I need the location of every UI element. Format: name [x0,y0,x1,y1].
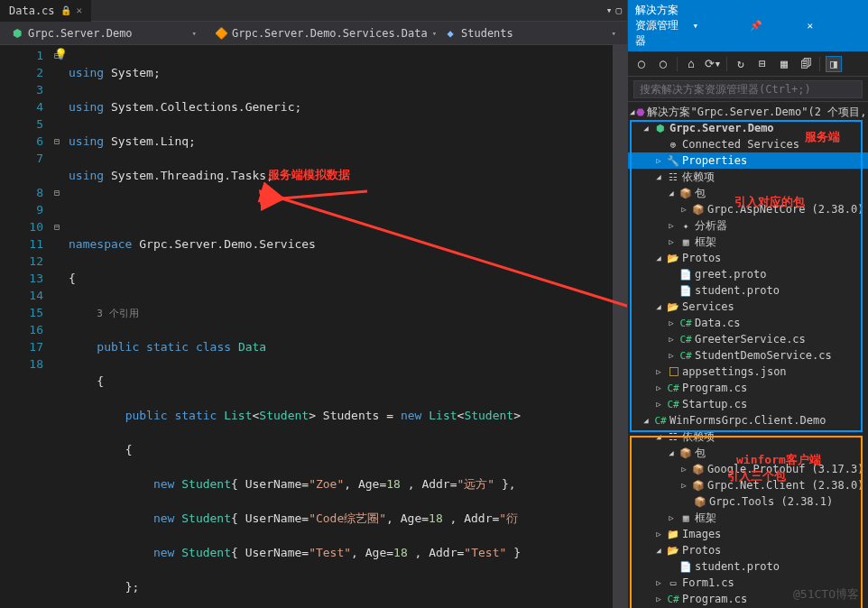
connected-icon: ⊕ [666,137,680,152]
proto-icon: 📄 [679,283,693,298]
editor-tabbar: Data.cs 🔒 ✕ ▾ ▢ [0,0,627,22]
watermark: @51CTO博客 [793,586,859,603]
greeter-cs-file[interactable]: ▷C#GreeterService.cs [628,331,868,347]
dependencies-node[interactable]: ◢☷依赖项 [628,169,868,185]
pkg-aspnetcore[interactable]: ▷📦Grpc.AspNetCore (2.38.0) [628,201,868,217]
greet-proto[interactable]: 📄greet.proto [628,266,868,282]
package-icon: 📦 [691,478,706,493]
proto-icon: 📄 [679,267,693,281]
solution-explorer-title: 解决方案资源管理器 ▾ 📌 ✕ [628,0,868,51]
package-icon: 📦 [679,186,693,200]
nav-project-dropdown[interactable]: ⬢ Grpc.Server.Demo ▾ [4,23,204,43]
wrench-icon: 🔧 [666,153,680,168]
tab-data-cs[interactable]: Data.cs 🔒 ✕ [0,0,91,22]
nav-member-dropdown[interactable]: ◆ Students ▾ [437,23,623,43]
panel-title-label: 解决方案资源管理器 [635,3,689,49]
package-icon: 📦 [679,446,693,460]
nav-class-dropdown[interactable]: 🔶 Grpc.Server.Demo.Services.Data ▾ [208,23,433,43]
pin-icon[interactable]: 📌 [750,20,804,32]
analyzers-node[interactable]: ▷✦分析器 [628,217,868,234]
solution-explorer-search [628,77,868,102]
csproj-icon: ⬢ [653,121,668,135]
sync-icon[interactable]: ⟳▾ [705,56,721,72]
class-icon: 🔶 [215,27,227,40]
protos-folder-2[interactable]: ◢📂Protos [628,542,868,558]
connected-services-node[interactable]: ⊕Connected Services [628,136,868,152]
dependencies-node-2[interactable]: ◢☷依赖项 [628,428,868,445]
cs-file-icon: C# [666,592,680,606]
cs-file-icon: C# [666,381,680,395]
properties-node[interactable]: ▷🔧Properties [628,152,868,169]
line-gutter: 123456789101112131415161718 [0,45,49,608]
collapse-icon[interactable]: ⊟ [754,56,771,72]
package-icon: 📦 [691,462,706,476]
refresh-icon[interactable]: ↻ [733,56,749,72]
student-proto-2[interactable]: 📄student.proto [628,558,868,575]
showall-icon[interactable]: ▦ [776,56,792,72]
json-icon: 🞎 [666,364,680,379]
studentdemo-cs-file[interactable]: ▷C#StudentDemoService.cs [628,347,868,364]
folder-open-icon: 📂 [666,251,680,265]
folder-open-icon: 📂 [666,299,680,314]
home-icon[interactable]: ⌂ [683,56,699,72]
student-proto[interactable]: 📄student.proto [628,282,868,299]
cs-file-icon: C# [666,397,680,411]
packages-node-2[interactable]: ◢📦包 [628,445,868,461]
pkg-protobuf[interactable]: ▷📦Google.Protobuf (3.17.3) [628,461,868,477]
appsettings-file[interactable]: ▷🞎appsettings.json [628,364,868,380]
close-icon[interactable]: ✕ [808,20,862,32]
deps-icon: ☷ [666,170,680,184]
cs-file-icon: C# [679,316,693,330]
pkg-netclient[interactable]: ▷📦Grpc.Net.Client (2.38.0) [628,477,868,493]
folder-open-icon: 📂 [666,543,680,557]
properties-icon[interactable]: 🗐 [798,56,814,72]
code-area[interactable]: using System; using System.Collections.G… [65,45,613,608]
solution-node[interactable]: ◢⬣解决方案"Grpc.Server.Demo"(2 个项目, 共 [628,104,868,120]
chevron-down-icon: ▾ [612,29,616,38]
dropdown-icon[interactable]: ▾ [693,20,747,32]
cs-file-icon: C# [679,332,693,346]
nav-member-label: Students [461,27,513,40]
back-icon[interactable]: ◯ [633,56,650,72]
images-folder[interactable]: ▷📁Images [628,526,868,542]
protos-folder[interactable]: ◢📂Protos [628,250,868,266]
svg-line-2 [282,191,367,198]
csproj-icon: ⬢ [11,27,23,40]
packages-node[interactable]: ◢📦包 [628,185,868,201]
framework-node-2[interactable]: ▷▦框架 [628,510,868,526]
solution-tree[interactable]: ◢⬣解决方案"Grpc.Server.Demo"(2 个项目, 共 ◢⬢Grpc… [628,102,868,608]
solution-icon: ⬣ [636,105,645,119]
pkg-tools[interactable]: 📦Grpc.Tools (2.38.1) [628,493,868,510]
proto-icon: 📄 [679,559,693,574]
deps-icon: ☷ [666,429,680,444]
scrollbar-vertical[interactable] [613,45,627,608]
preview-icon[interactable]: ◨ [826,56,842,72]
framework-node[interactable]: ▷▦框架 [628,234,868,250]
startup-cs-file[interactable]: ▷C#Startup.cs [628,396,868,412]
nav-class-label: Grpc.Server.Demo.Services.Data [232,27,428,40]
lock-icon: 🔒 [60,5,71,15]
folder-icon: 📁 [666,527,680,541]
nav-project-label: Grpc.Server.Demo [28,27,133,40]
form-icon: ▭ [666,576,680,590]
framework-icon: ▦ [679,235,693,249]
program-cs-file[interactable]: ▷C#Program.cs [628,380,868,396]
fold-gutter[interactable]: ⊟⊟⊟⊟ [49,45,65,608]
project-node-client[interactable]: ◢C#WinFormsGrpc.Client.Demo [628,412,868,428]
solution-explorer-toolbar: ◯ ◯ ⌂ ⟳▾ ↻ ⊟ ▦ 🗐 ◨ [628,51,868,77]
tab-label: Data.cs [9,5,55,17]
close-icon[interactable]: ✕ [77,5,83,16]
tab-window-icon[interactable]: ▢ [615,5,622,16]
services-folder[interactable]: ◢📂Services [628,299,868,315]
data-cs-file[interactable]: ▷C#Data.cs [628,315,868,331]
field-icon: ◆ [444,27,457,40]
package-icon: 📦 [691,202,706,216]
framework-icon: ▦ [679,511,693,525]
package-icon: 📦 [693,494,707,509]
forward-icon[interactable]: ◯ [655,56,671,72]
chevron-down-icon: ▾ [192,29,197,38]
code-editor[interactable]: 💡 123456789101112131415161718 ⊟⊟⊟⊟ using… [0,45,627,608]
tab-dropdown-icon[interactable]: ▾ [606,5,613,16]
project-node-server[interactable]: ◢⬢Grpc.Server.Demo [628,120,868,136]
search-input[interactable] [633,80,863,98]
